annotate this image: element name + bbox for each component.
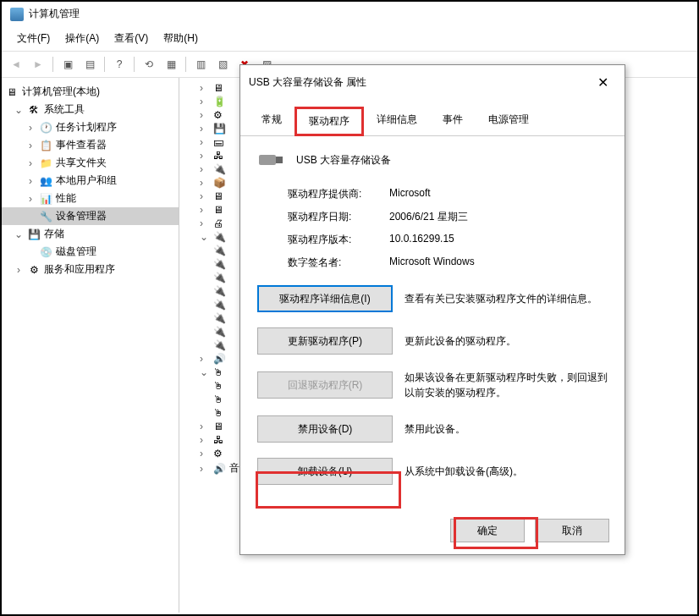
expand-icon[interactable]: › [25,193,36,205]
date-label: 驱动程序日期: [288,210,389,224]
version-label: 驱动程序版本: [288,233,389,247]
rollback-driver-desc: 如果该设备在更新驱动程序时失败，则回退到以前安装的驱动程序。 [405,370,608,400]
tab-bar: 常规 驱动程序 详细信息 事件 电源管理 [240,99,625,135]
tree-label: 设备管理器 [56,209,107,223]
perf-icon: 📊 [39,192,52,206]
tool-button[interactable]: ▧ [213,55,232,74]
driver-details-desc: 查看有关已安装驱动程序文件的详细信息。 [405,291,608,306]
update-driver-button[interactable]: 更新驱动程序(P) [257,327,393,355]
audio-icon: 🔊 [213,463,226,475]
uninstall-device-button[interactable]: 卸载设备(U) [257,458,393,485]
tree-label: 本地用户和组 [56,173,117,188]
tree-label: 共享文件夹 [56,156,107,170]
separator [185,57,186,72]
update-driver-desc: 更新此设备的驱动程序。 [405,333,608,349]
menu-bar: 文件(F) 操作(A) 查看(V) 帮助(H) [2,26,697,51]
scan-button[interactable]: ▦ [162,55,180,74]
tree-disk[interactable]: 💿磁盘管理 [2,243,179,261]
users-icon: 👥 [39,174,52,188]
version-value: 10.0.16299.15 [389,233,454,247]
dialog-titlebar: USB 大容量存储设备 属性 ✕ [240,65,625,99]
folder-icon: 📁 [39,157,52,170]
up-button[interactable]: ▣ [58,55,77,74]
tree-label: 存储 [44,227,64,241]
window-titlebar: 计算机管理 [2,2,697,26]
date-value: 2006/6/21 星期三 [389,210,468,224]
tree-task[interactable]: ›🕐任务计划程序 [2,118,179,136]
tab-power[interactable]: 电源管理 [476,107,542,136]
computer-icon: 🖥 [5,85,19,99]
menu-view[interactable]: 查看(V) [107,30,155,47]
tab-driver[interactable]: 驱动程序 [294,107,364,136]
menu-help[interactable]: 帮助(H) [157,30,205,47]
menu-action[interactable]: 操作(A) [58,30,106,47]
svg-rect-0 [259,155,276,165]
clock-icon: 🕐 [39,121,52,135]
nav-tree[interactable]: 🖥计算机管理(本地) ⌄🛠系统工具 ›🕐任务计划程序 ›📋事件查看器 ›📁共享文… [2,78,179,613]
tree-shared[interactable]: ›📁共享文件夹 [2,154,179,172]
tree-perf[interactable]: ›📊性能 [2,190,179,207]
event-icon: 📋 [39,139,52,152]
tree-label: 事件查看器 [56,138,107,152]
tree-label: 系统工具 [44,102,85,117]
menu-file[interactable]: 文件(F) [10,30,57,47]
collapse-icon[interactable]: ⌄ [14,228,24,240]
collapse-icon[interactable]: ⌄ [14,104,24,116]
tree-devmgr[interactable]: 🔧设备管理器 [2,207,179,225]
properties-dialog: USB 大容量存储设备 属性 ✕ 常规 驱动程序 详细信息 事件 电源管理 US… [239,64,625,555]
dialog-title: USB 大容量存储设备 属性 [249,75,366,90]
dialog-body: USB 大容量存储设备 驱动程序提供商:Microsoft 驱动程序日期:200… [240,135,625,514]
signer-value: Microsoft Windows [389,256,475,270]
tree-systools[interactable]: ⌄🛠系统工具 [2,101,179,118]
rollback-driver-button: 回退驱动程序(R) [257,371,393,399]
expand-icon[interactable]: › [25,175,36,187]
expand-icon[interactable]: › [25,122,36,134]
tree-label: 计算机管理(本地) [22,85,100,99]
tree-label: 服务和应用程序 [44,262,115,277]
expand-icon[interactable]: › [25,157,36,169]
separator [104,57,105,72]
cancel-button[interactable]: 取消 [535,519,609,542]
help-button[interactable]: ? [110,55,129,74]
tree-label: 任务计划程序 [56,120,117,135]
tab-details[interactable]: 详细信息 [364,107,430,136]
expand-icon[interactable]: › [14,264,24,276]
disable-device-button[interactable]: 禁用设备(D) [257,415,393,443]
disk-icon: 💿 [39,245,52,259]
tab-general[interactable]: 常规 [249,107,294,136]
tree-label: 磁盘管理 [56,245,96,259]
device-name: USB 大容量存储设备 [296,153,391,168]
tool-button[interactable]: ▥ [191,55,210,74]
services-icon: ⚙ [27,263,41,277]
close-button[interactable]: ✕ [589,72,616,92]
storage-icon: 💾 [27,228,41,241]
tools-icon: 🛠 [27,103,41,117]
disable-device-desc: 禁用此设备。 [405,421,608,437]
svg-rect-1 [276,157,283,163]
provider-value: Microsoft [389,187,431,201]
expand-icon[interactable]: › [25,140,36,151]
tree-storage[interactable]: ⌄💾存储 [2,225,179,243]
forward-button: ► [29,55,47,74]
tree-event[interactable]: ›📋事件查看器 [2,136,179,154]
tree-label: 性能 [56,191,76,206]
back-button: ◄ [7,55,25,74]
window-title: 计算机管理 [29,7,80,21]
provider-label: 驱动程序提供商: [288,187,389,201]
devmgr-icon: 🔧 [39,210,52,223]
refresh-button[interactable]: ⟲ [140,55,158,74]
tree-users[interactable]: ›👥本地用户和组 [2,172,179,190]
props-button[interactable]: ▤ [80,55,99,74]
tree-services[interactable]: ›⚙服务和应用程序 [2,261,179,278]
ok-button[interactable]: 确定 [450,519,525,542]
tab-events[interactable]: 事件 [430,107,476,136]
separator [52,57,53,72]
separator [134,57,135,72]
signer-label: 数字签名者: [288,256,389,270]
app-icon [10,8,24,21]
tree-root[interactable]: 🖥计算机管理(本地) [2,83,179,101]
uninstall-device-desc: 从系统中卸载设备(高级)。 [405,464,608,479]
usb-device-icon [257,150,284,170]
driver-details-button[interactable]: 驱动程序详细信息(I) [257,285,393,312]
